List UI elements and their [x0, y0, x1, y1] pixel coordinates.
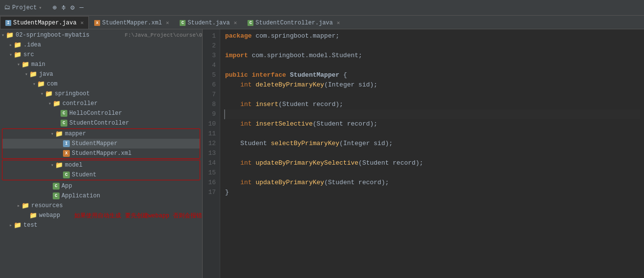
tree-item-student-controller[interactable]: C StudentController	[0, 118, 202, 128]
tree-label: StudentMapper	[72, 140, 200, 147]
tree-item-controller[interactable]: 📁 controller	[0, 99, 202, 108]
tree-item-student-mapper[interactable]: I StudentMapper	[2, 139, 200, 149]
folder-icon: 📁	[14, 51, 21, 59]
folder-icon: 📁	[53, 100, 61, 107]
tree-item-app[interactable]: C App	[0, 181, 202, 191]
tab-label: StudentController.java	[255, 20, 332, 26]
code-line-14: int updateByPrimaryKeySelective(Student …	[224, 158, 640, 168]
main-content: 📁 02-springboot-mybatis F:\Java_Project\…	[0, 29, 644, 278]
code-line-15	[224, 168, 640, 178]
top-bar: 🗂 Project ▾ ⊕ ≑ ⚙ —	[0, 0, 644, 16]
tab-class-icon: C	[180, 20, 186, 26]
tree-label: HelloController	[69, 110, 202, 117]
sync-icon[interactable]: ≑	[61, 2, 66, 13]
tree-label: java	[39, 71, 202, 78]
tree-item-java[interactable]: 📁 java	[0, 69, 202, 79]
code-content[interactable]: package com.springboot.mapper; import co…	[220, 29, 644, 278]
tree-item-student-mapper-xml[interactable]: X StudentMapper.xml	[2, 149, 200, 158]
tree-label: webapp	[39, 212, 70, 219]
project-folder-icon: 📁	[6, 31, 14, 39]
tab-close-btn[interactable]: ✕	[337, 20, 340, 26]
tree-arrow	[47, 101, 53, 107]
line-num: 5	[203, 70, 216, 80]
line-numbers: 1 2 3 4 5 6 7 8 9 10 11 12 13 14 15 16 1…	[203, 29, 220, 278]
folder-icon: 📁	[29, 212, 37, 219]
tab-xml-icon: X	[94, 20, 100, 26]
tab-close-btn[interactable]: ✕	[166, 20, 169, 26]
xml-icon: X	[63, 150, 70, 157]
tab-student-controller-java[interactable]: C StudentController.java ✕	[242, 16, 345, 29]
tree-label: Application	[62, 192, 202, 199]
code-line-10: int insertSelective(Student record);	[224, 119, 640, 129]
tree-item-src[interactable]: 📁 src	[0, 50, 202, 60]
java-folder-icon: 📁	[29, 70, 37, 78]
project-title: 🗂 Project ▾	[4, 4, 42, 11]
ide-container: 🗂 Project ▾ ⊕ ≑ ⚙ — I StudentMapper.java…	[0, 0, 644, 278]
code-line-1: package com.springboot.mapper;	[224, 31, 640, 41]
tab-student-mapper-java[interactable]: I StudentMapper.java ✕	[0, 16, 89, 29]
tree-item-root[interactable]: 📁 02-springboot-mybatis F:\Java_Project\…	[0, 30, 202, 40]
tree-arrow	[8, 42, 14, 48]
folder-icon: 📁	[14, 221, 21, 229]
tree-label: .idea	[23, 42, 202, 48]
line-num: 6	[203, 80, 216, 90]
code-line-8: int insert(Student record);	[224, 100, 640, 109]
tab-student-java[interactable]: C Student.java ✕	[174, 16, 242, 29]
tree-label: StudentController	[69, 120, 202, 127]
tree-item-main[interactable]: 📁 main	[0, 60, 202, 69]
line-num: 17	[203, 188, 216, 197]
line-num: 2	[203, 41, 216, 51]
folder-icon: 📁	[45, 90, 53, 98]
tree-item-resources[interactable]: 📁 resources	[0, 201, 202, 211]
line-num: 1	[203, 31, 216, 41]
folder-icon: 📁	[14, 41, 21, 49]
interface-icon: I	[63, 140, 70, 147]
tree-item-hello-controller[interactable]: C HelloController	[0, 108, 202, 118]
tree-item-model[interactable]: 📁 model	[2, 160, 200, 170]
line-num: 15	[203, 168, 216, 178]
tree-item-mapper[interactable]: 📁 mapper	[2, 129, 200, 139]
tree-label: StudentMapper.xml	[72, 150, 200, 157]
class-icon: C	[63, 171, 70, 178]
settings-icon[interactable]: ⚙	[69, 2, 75, 13]
tree-label: model	[65, 162, 200, 169]
class-icon: C	[53, 192, 60, 199]
tab-class-icon: C	[248, 20, 253, 26]
mapper-red-box: 📁 mapper I StudentMapper X	[2, 128, 200, 159]
tree-item-com[interactable]: 📁 com	[0, 79, 202, 89]
tree-label: App	[62, 183, 202, 190]
tree-item-idea[interactable]: 📁 .idea	[0, 40, 202, 50]
sidebar-tree[interactable]: 📁 02-springboot-mybatis F:\Java_Project\…	[0, 29, 202, 278]
code-line-16: int updateByPrimaryKey(Student record);	[224, 178, 640, 188]
tab-student-mapper-xml[interactable]: X StudentMapper.xml ✕	[89, 16, 174, 29]
class-icon: C	[61, 120, 67, 127]
folder-icon: 📁	[21, 202, 29, 210]
line-num: 14	[203, 158, 216, 168]
line-num: 7	[203, 90, 216, 100]
tab-close-btn[interactable]: ✕	[81, 20, 84, 26]
minimize-icon[interactable]: —	[79, 2, 84, 13]
tree-item-springboot[interactable]: 📁 springboot	[0, 89, 202, 99]
folder-icon: 📁	[21, 61, 29, 68]
tree-item-student[interactable]: C Student	[2, 170, 200, 180]
tree-label: src	[23, 51, 202, 58]
line-num: 9	[203, 109, 216, 119]
line-num: 3	[203, 51, 216, 61]
tree-path: F:\Java_Project\course\0	[125, 32, 202, 38]
add-icon[interactable]: ⊕	[51, 2, 57, 13]
code-line-9	[224, 109, 640, 119]
webapp-note: 如果使用自动生成 要先创建webapp 否则会报错	[74, 212, 202, 220]
tree-arrow	[16, 62, 21, 67]
folder-icon: 📁	[37, 80, 45, 88]
tree-item-webapp[interactable]: 📁 webapp 如果使用自动生成 要先创建webapp 否则会报错	[0, 211, 202, 220]
tree-item-test[interactable]: 📁 test	[0, 220, 202, 230]
tab-label: Student.java	[187, 20, 229, 26]
code-line-3: import com.springboot.model.Student;	[224, 51, 640, 61]
model-red-box: 📁 model C Student	[2, 160, 200, 180]
tree-item-application[interactable]: C Application	[0, 191, 202, 201]
tab-close-btn[interactable]: ✕	[234, 20, 237, 26]
code-line-13	[224, 149, 640, 158]
tree-arrow	[49, 131, 55, 137]
folder-icon: 📁	[55, 130, 63, 138]
line-num: 16	[203, 178, 216, 188]
